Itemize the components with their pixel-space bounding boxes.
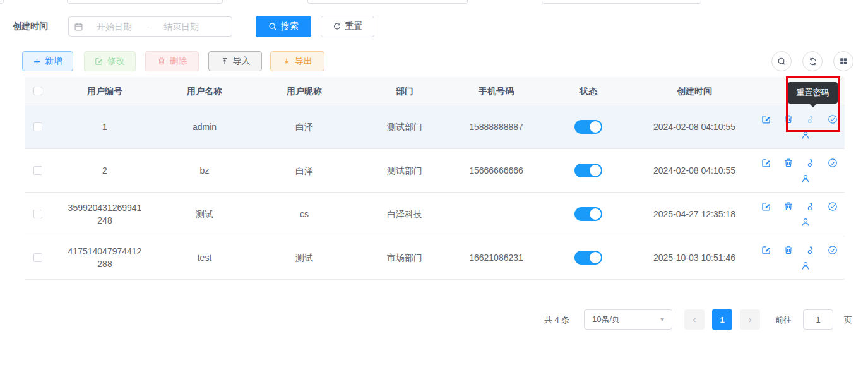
cropped-input-1[interactable] xyxy=(67,0,223,4)
current-page-button[interactable]: 1 xyxy=(712,309,732,330)
header-department: 部门 xyxy=(359,85,451,97)
import-button[interactable]: 导入 xyxy=(208,51,262,71)
cell-department: 白泽科技 xyxy=(359,208,451,220)
date-range-separator: - xyxy=(141,21,154,32)
reset-password-icon[interactable] xyxy=(806,245,816,255)
assign-role-user-icon[interactable] xyxy=(800,174,811,184)
export-button[interactable]: 导出 xyxy=(270,51,324,71)
search-icon xyxy=(777,57,787,66)
cell-actions xyxy=(754,158,845,184)
toggle-knob xyxy=(590,208,601,220)
delete-button[interactable]: 删除 xyxy=(145,51,199,71)
table-row: 1admin白泽测试部门158888888872024-02-08 04:10:… xyxy=(25,105,845,149)
cell-nickname: 白泽 xyxy=(250,164,359,177)
table-refresh-button[interactable] xyxy=(802,51,823,71)
row-delete-icon[interactable] xyxy=(783,245,794,255)
header-created-time: 创建时间 xyxy=(635,85,754,97)
edit-icon xyxy=(95,57,104,66)
row-checkbox[interactable] xyxy=(33,122,42,131)
grid-icon xyxy=(839,57,848,66)
pagination-total: 共 4 条 xyxy=(544,314,569,326)
column-settings-button[interactable] xyxy=(833,51,853,71)
row-checkbox[interactable] xyxy=(33,210,42,218)
toggle-knob xyxy=(590,252,601,263)
cell-created-time: 2024-02-08 04:10:55 xyxy=(635,164,754,177)
status-toggle[interactable] xyxy=(574,164,602,177)
row-edit-icon[interactable] xyxy=(761,201,771,212)
row-edit-icon[interactable] xyxy=(761,114,771,124)
download-icon xyxy=(282,57,291,66)
refresh-icon xyxy=(333,22,342,31)
goto-page-label: 前往 xyxy=(775,314,792,326)
row-checkbox[interactable] xyxy=(33,253,42,262)
cropped-input-fragment xyxy=(0,0,4,4)
user-management-page: 创建时间 - 搜索 重置 新增 xyxy=(0,0,868,370)
cell-department: 测试部门 xyxy=(359,121,451,133)
cell-user-id: 359920431269941248 xyxy=(51,201,159,227)
row-delete-icon[interactable] xyxy=(783,201,794,212)
table-row: 417514047974412288test测试市场部门166210862312… xyxy=(25,236,845,280)
toggle-knob xyxy=(590,165,601,176)
row-delete-icon[interactable] xyxy=(783,158,794,168)
cell-username: 测试 xyxy=(159,208,250,220)
reset-password-icon[interactable] xyxy=(806,114,816,124)
cell-created-time: 2024-02-08 04:10:55 xyxy=(635,121,754,133)
assign-check-icon[interactable] xyxy=(828,158,838,168)
header-status: 状态 xyxy=(542,85,635,97)
row-checkbox[interactable] xyxy=(33,166,42,175)
header-username: 用户名称 xyxy=(159,85,250,97)
edit-button[interactable]: 修改 xyxy=(84,51,136,71)
table-search-toggle-button[interactable] xyxy=(771,51,792,71)
delete-button-label: 删除 xyxy=(170,56,187,67)
add-button-label: 新增 xyxy=(45,56,62,67)
date-range-picker[interactable]: - xyxy=(68,16,232,37)
row-edit-icon[interactable] xyxy=(761,245,771,255)
assign-check-icon[interactable] xyxy=(828,201,838,212)
cell-actions xyxy=(754,114,845,140)
row-delete-icon[interactable] xyxy=(783,114,794,124)
cropped-input-2[interactable] xyxy=(307,0,468,4)
toggle-knob xyxy=(590,121,601,133)
end-date-input[interactable] xyxy=(154,21,208,32)
status-toggle[interactable] xyxy=(574,207,602,221)
cell-user-id: 2 xyxy=(51,164,159,177)
reset-button[interactable]: 重置 xyxy=(321,16,374,37)
search-button[interactable]: 搜索 xyxy=(256,16,311,37)
reset-button-label: 重置 xyxy=(345,21,363,32)
reset-password-icon[interactable] xyxy=(806,201,816,212)
cell-created-time: 2025-10-03 10:51:46 xyxy=(635,251,754,264)
export-button-label: 导出 xyxy=(295,56,312,67)
cell-phone: 15888888887 xyxy=(451,121,542,133)
assign-check-icon[interactable] xyxy=(828,114,838,124)
cell-actions xyxy=(754,201,845,227)
reset-password-icon[interactable] xyxy=(806,158,816,168)
add-button[interactable]: 新增 xyxy=(22,51,73,71)
prev-page-button[interactable]: ‹ xyxy=(684,309,705,330)
cropped-input-3[interactable] xyxy=(542,0,701,4)
status-toggle[interactable] xyxy=(574,120,602,134)
cell-created-time: 2025-04-27 12:35:18 xyxy=(635,208,754,220)
cell-nickname: 白泽 xyxy=(250,121,359,133)
next-page-button[interactable]: › xyxy=(740,309,760,330)
goto-page-input[interactable] xyxy=(803,309,833,330)
assign-role-user-icon[interactable] xyxy=(800,261,811,271)
assign-role-user-icon[interactable] xyxy=(800,217,811,227)
calendar-icon xyxy=(74,22,83,32)
page-size-select[interactable]: 10条/页 ▾ xyxy=(584,309,672,330)
cell-user-id: 1 xyxy=(51,121,159,133)
search-button-label: 搜索 xyxy=(281,21,299,32)
assign-role-user-icon[interactable] xyxy=(800,130,811,140)
cell-department: 市场部门 xyxy=(359,251,451,264)
table-row: 2bz白泽测试部门156666666662024-02-08 04:10:55 xyxy=(25,149,845,193)
row-edit-icon[interactable] xyxy=(761,158,771,168)
select-all-checkbox[interactable] xyxy=(33,87,42,95)
status-toggle[interactable] xyxy=(574,251,602,265)
start-date-input[interactable] xyxy=(87,21,141,32)
cell-department: 测试部门 xyxy=(359,164,451,177)
upload-icon xyxy=(220,57,229,66)
tooltip-arrow xyxy=(809,103,817,107)
header-user-id: 用户编号 xyxy=(51,85,159,97)
cell-username: bz xyxy=(159,164,250,177)
assign-check-icon[interactable] xyxy=(828,245,838,255)
cell-actions xyxy=(754,245,845,271)
